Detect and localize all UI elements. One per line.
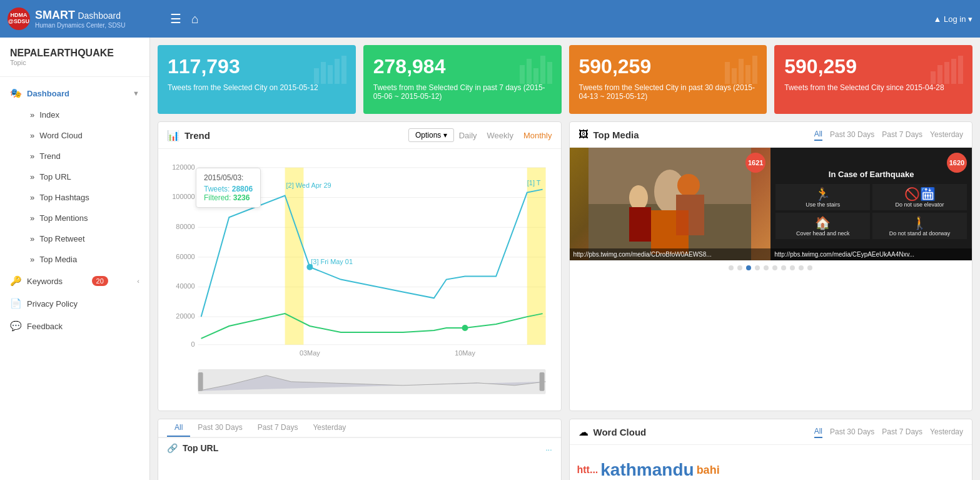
bottom-row: All Past 30 Days Past 7 Days Yesterday 🔗… xyxy=(158,419,972,480)
svg-rect-2 xyxy=(328,65,333,84)
svg-rect-54 xyxy=(651,210,689,254)
tab-past7[interactable]: Past 7 Days xyxy=(250,419,306,437)
dot-10[interactable] xyxy=(807,265,812,270)
dot-6[interactable] xyxy=(772,265,777,270)
sidebar-item-feedback[interactable]: 💬 Feedback xyxy=(0,315,149,337)
svg-rect-5 xyxy=(520,65,525,84)
media-url-2: http://pbs.twimg.com/media/CEypAEeUkAA4N… xyxy=(770,248,972,260)
word-htt[interactable]: htt... xyxy=(577,464,599,476)
sidebar-item-label: Top Hashtags xyxy=(39,193,89,202)
tab-past7[interactable]: Past 7 Days xyxy=(882,426,922,437)
svg-rect-10 xyxy=(725,62,730,84)
top-media-panel: 🖼 Top Media All Past 30 Days Past 7 Days… xyxy=(569,121,973,411)
tab-monthly[interactable]: Monthly xyxy=(523,131,552,140)
tab-past30[interactable]: Past 30 Days xyxy=(830,426,874,437)
chart-icon xyxy=(517,53,554,89)
word-cloud-icon: ☁ xyxy=(578,426,589,438)
sidebar-item-trend[interactable]: » Trend xyxy=(20,146,149,166)
home-icon[interactable]: ⌂ xyxy=(191,12,199,26)
feedback-icon: 💬 xyxy=(10,320,22,332)
sidebar-sub-arrow: » xyxy=(30,151,34,161)
main-content: 117,793 Tweets from the Selected City on… xyxy=(150,38,980,480)
svg-rect-8 xyxy=(540,56,545,84)
top-url-panel: All Past 30 Days Past 7 Days Yesterday 🔗… xyxy=(158,419,562,480)
tab-weekly[interactable]: Weekly xyxy=(487,131,513,140)
top-media-tabs: All Past 30 Days Past 7 Days Yesterday xyxy=(814,128,963,141)
dot-1[interactable] xyxy=(729,265,734,270)
word-kathmandu[interactable]: kathmandu xyxy=(600,460,694,480)
tab-daily[interactable]: Daily xyxy=(459,131,477,140)
login-button[interactable]: ▲ Log in ▾ xyxy=(933,14,972,24)
stat-card-total: 590,259 Tweets from the Selected City si… xyxy=(774,45,972,114)
tab-yesterday[interactable]: Yesterday xyxy=(930,426,963,437)
svg-rect-35 xyxy=(527,168,546,345)
svg-rect-11 xyxy=(732,68,737,84)
middle-row: 📊 Trend Options ▾ Daily Weekly Monthly 2… xyxy=(158,121,972,411)
svg-point-37 xyxy=(462,325,468,331)
tab-yesterday[interactable]: Yesterday xyxy=(930,129,963,140)
brush-svg xyxy=(167,369,552,404)
word-cloud-tabs: All Past 30 Days Past 7 Days Yesterday xyxy=(814,426,963,438)
sidebar-sub-arrow: » xyxy=(30,213,34,223)
trend-title: Trend xyxy=(184,130,403,141)
privacy-icon: 📄 xyxy=(10,298,22,309)
sidebar-item-label: Keywords xyxy=(27,277,63,286)
brush-area xyxy=(158,369,561,411)
trend-panel: 📊 Trend Options ▾ Daily Weekly Monthly 2… xyxy=(158,121,562,411)
chart-icon xyxy=(927,53,965,89)
tab-all[interactable]: All xyxy=(167,419,190,437)
sidebar-item-label: Feedback xyxy=(27,322,63,331)
topic-name: NEPALEARTHQUAKE xyxy=(10,48,139,59)
dot-2[interactable] xyxy=(737,265,742,270)
sidebar-item-dashboard[interactable]: 🎭 Dashboard ▼ xyxy=(0,82,149,105)
tab-all[interactable]: All xyxy=(814,128,822,141)
top-url-more[interactable]: ... xyxy=(545,444,552,452)
tab-past30[interactable]: Past 30 Days xyxy=(830,129,874,140)
sidebar-item-word-cloud[interactable]: » Word Cloud xyxy=(20,125,149,146)
sidebar-sub-arrow: » xyxy=(30,193,34,202)
keywords-icon: 🔑 xyxy=(10,275,22,287)
dot-4[interactable] xyxy=(755,265,760,270)
sidebar-item-top-media[interactable]: » Top Media xyxy=(20,249,149,270)
media-item-2: In Case of Earthquake 🏃 Use the stairs 🚫… xyxy=(770,148,972,260)
sidebar: NEPALEARTHQUAKE Topic 🎭 Dashboard ▼ » In… xyxy=(0,38,150,480)
top-url-title: Top URL xyxy=(183,443,540,453)
svg-rect-44 xyxy=(198,372,203,391)
sidebar-item-top-mentions[interactable]: » Top Mentions xyxy=(20,208,149,228)
dot-5[interactable] xyxy=(764,265,769,270)
dot-9[interactable] xyxy=(799,265,804,270)
svg-text:80000: 80000 xyxy=(176,223,194,230)
tab-past7[interactable]: Past 7 Days xyxy=(882,129,922,140)
svg-rect-0 xyxy=(314,68,319,84)
sidebar-item-top-url[interactable]: » Top URL xyxy=(20,166,149,187)
svg-rect-45 xyxy=(540,372,545,391)
svg-rect-1 xyxy=(321,62,326,84)
stats-row: 117,793 Tweets from the Selected City on… xyxy=(158,45,972,114)
dot-8[interactable] xyxy=(790,265,795,270)
top-media-title: Top Media xyxy=(594,130,809,140)
top-url-icon: 🔗 xyxy=(167,443,178,453)
media-item-1: 1621 http://pbs.twimg.com/media/CDroBfoW… xyxy=(570,148,771,260)
svg-text:20000: 20000 xyxy=(176,312,194,320)
sidebar-item-privacy[interactable]: 📄 Privacy Policy xyxy=(0,292,149,315)
dashboard-icon: 🎭 xyxy=(10,88,22,99)
tab-all[interactable]: All xyxy=(814,426,822,438)
tab-past30[interactable]: Past 30 Days xyxy=(190,419,250,437)
svg-text:10May: 10May xyxy=(455,349,475,357)
sidebar-item-top-retweet[interactable]: » Top Retweet xyxy=(20,228,149,249)
trend-chart-svg: 120000 100000 80000 60000 40000 20000 0 xyxy=(167,155,552,367)
word-bahi[interactable]: bahi xyxy=(697,464,720,477)
options-button[interactable]: Options ▾ xyxy=(408,128,454,142)
hamburger-icon[interactable]: ☰ xyxy=(170,11,181,26)
sidebar-sub-arrow: » xyxy=(30,131,34,140)
svg-rect-6 xyxy=(527,59,532,84)
dot-3[interactable] xyxy=(746,265,751,270)
sidebar-item-label: Top Media xyxy=(39,255,77,264)
sidebar-sub-arrow: » xyxy=(30,172,34,181)
sidebar-item-keywords[interactable]: 🔑 Keywords 20 ‹ xyxy=(0,270,149,292)
sidebar-item-index[interactable]: » Index xyxy=(20,105,149,125)
sidebar-item-top-hashtags[interactable]: » Top Hashtags xyxy=(20,187,149,208)
logo-smart: SMART xyxy=(35,9,75,21)
dot-7[interactable] xyxy=(781,265,786,270)
tab-yesterday[interactable]: Yesterday xyxy=(305,419,353,437)
